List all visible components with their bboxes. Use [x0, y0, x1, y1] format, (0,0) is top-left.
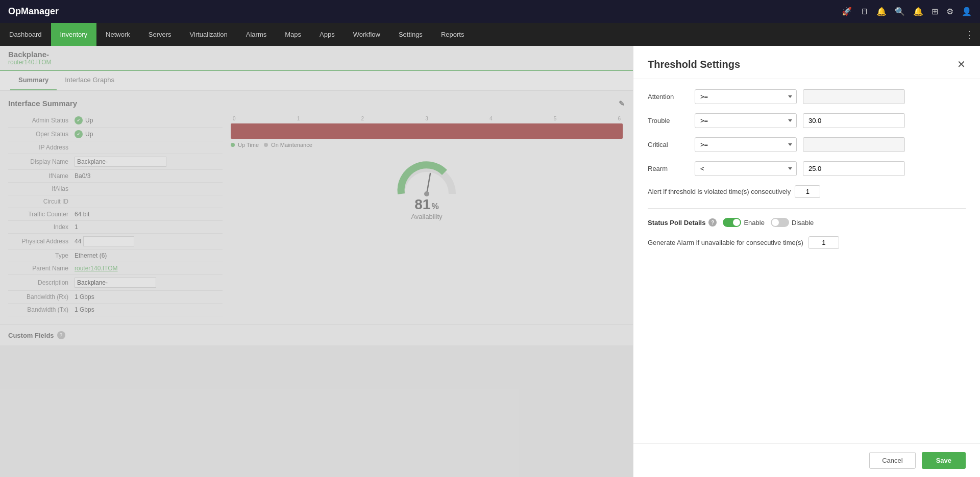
disable-thumb: [772, 219, 779, 226]
generate-alarm-label: Generate Alarm if unavailable for consec…: [648, 239, 803, 246]
threshold-value-trouble[interactable]: [803, 113, 905, 128]
threshold-label-rearm: Rearm: [648, 165, 689, 172]
nav-item-dashboard[interactable]: Dashboard: [0, 23, 51, 46]
threshold-operator-trouble[interactable]: >= <= > < =: [695, 113, 797, 128]
threshold-label-trouble: Trouble: [648, 117, 689, 124]
save-button[interactable]: Save: [922, 452, 966, 469]
threshold-row-trouble: Trouble >= <= > < =: [648, 113, 966, 128]
enable-label: Enable: [744, 219, 764, 227]
nav-item-virtualization[interactable]: Virtualization: [181, 23, 237, 46]
nav-item-reports[interactable]: Reports: [432, 23, 474, 46]
status-poll-row: Status Poll Details ? Enable: [648, 218, 966, 227]
alert-row: Alert if threshold is violated time(s) c…: [648, 185, 966, 198]
generate-alarm-input[interactable]: [808, 236, 839, 249]
alarm-row: Generate Alarm if unavailable for consec…: [648, 236, 966, 249]
threshold-value-rearm[interactable]: [803, 161, 905, 176]
topbar: OpManager 🚀 🖥 🔔 🔍 🔔 ⊞ ⚙ 👤: [0, 0, 980, 23]
left-panel: Backplane- router140.ITOM Summary Interf…: [0, 46, 633, 477]
app-logo: OpManager: [8, 6, 59, 17]
rocket-icon[interactable]: 🚀: [842, 7, 852, 16]
close-button[interactable]: ✕: [957, 58, 966, 70]
threshold-value-attention[interactable]: [803, 89, 905, 104]
search-icon[interactable]: 🔍: [895, 7, 905, 16]
nav-item-servers[interactable]: Servers: [139, 23, 181, 46]
threshold-row-rearm: Rearm < >= <= > =: [648, 161, 966, 176]
content-area: Backplane- router140.ITOM Summary Interf…: [0, 46, 980, 477]
modal-title: Threshold Settings: [648, 59, 740, 70]
nav-more-icon[interactable]: ⋮: [959, 23, 980, 46]
threshold-label-critical: Critical: [648, 141, 689, 148]
nav-item-maps[interactable]: Maps: [276, 23, 310, 46]
gear-icon[interactable]: ⚙: [946, 7, 953, 16]
nav-item-inventory[interactable]: Inventory: [51, 23, 96, 46]
navbar: Dashboard Inventory Network Servers Virt…: [0, 23, 980, 46]
nav-item-workflow[interactable]: Workflow: [344, 23, 389, 46]
threshold-operator-rearm[interactable]: < >= <= > =: [695, 161, 797, 176]
alert-consecutive-input[interactable]: [795, 185, 820, 198]
modal-header: Threshold Settings ✕: [633, 46, 980, 79]
status-poll-help-icon[interactable]: ?: [708, 218, 717, 227]
threshold-row-critical: Critical >= <= > < =: [648, 137, 966, 152]
nav-item-apps[interactable]: Apps: [310, 23, 344, 46]
nav-item-alarms[interactable]: Alarms: [237, 23, 276, 46]
threshold-value-critical[interactable]: [803, 137, 905, 152]
disable-toggle-option: Disable: [771, 218, 814, 227]
status-poll-label: Status Poll Details ?: [648, 218, 717, 227]
threshold-operator-attention[interactable]: >= <= > < =: [695, 89, 797, 104]
threshold-label-attention: Attention: [648, 93, 689, 101]
grid-icon[interactable]: ⊞: [932, 7, 938, 16]
nav-item-network[interactable]: Network: [96, 23, 139, 46]
threshold-row-attention: Attention >= <= > < =: [648, 89, 966, 104]
monitor-icon[interactable]: 🖥: [860, 7, 868, 16]
nav-item-settings[interactable]: Settings: [389, 23, 432, 46]
disable-toggle[interactable]: [771, 218, 789, 227]
disable-label: Disable: [792, 219, 814, 227]
modal-divider: [648, 208, 966, 209]
alert-bell-icon[interactable]: 🔔: [913, 7, 923, 16]
threshold-panel: Threshold Settings ✕ Attention >= <= > <…: [633, 46, 980, 477]
cancel-button[interactable]: Cancel: [869, 452, 915, 469]
bell-outline-icon[interactable]: 🔔: [876, 7, 887, 16]
user-icon[interactable]: 👤: [962, 7, 972, 16]
modal-body: Attention >= <= > < = Trouble >= <= > <: [633, 79, 980, 443]
left-panel-overlay: [0, 46, 633, 477]
enable-toggle[interactable]: [723, 218, 741, 227]
alert-label: Alert if threshold is violated time(s) c…: [648, 188, 791, 195]
modal-footer: Cancel Save: [633, 443, 980, 477]
threshold-operator-critical[interactable]: >= <= > < =: [695, 137, 797, 152]
topbar-icons: 🚀 🖥 🔔 🔍 🔔 ⊞ ⚙ 👤: [842, 7, 972, 16]
enable-toggle-option: Enable: [723, 218, 764, 227]
